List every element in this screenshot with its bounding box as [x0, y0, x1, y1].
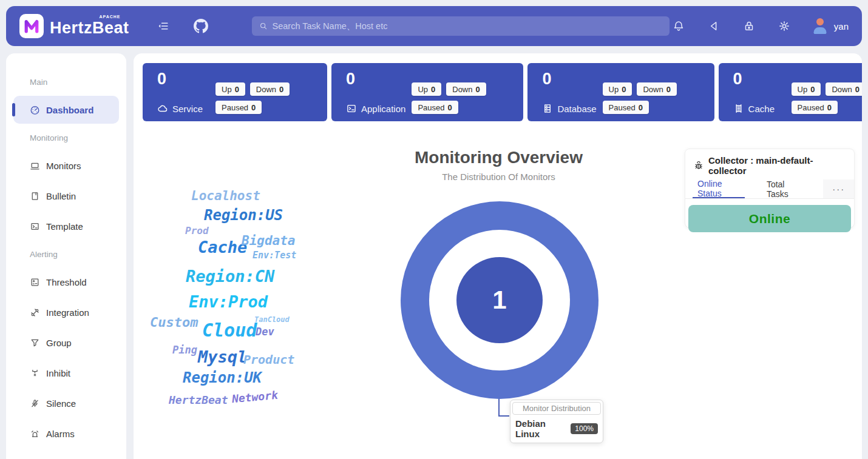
sidebar-item-label: Dashboard	[46, 105, 93, 115]
status-badge-paused: Paused0	[603, 101, 649, 114]
stat-label-text: Database	[557, 104, 596, 114]
status-badge-up: Up0	[412, 82, 441, 96]
sidebar-item-label: Integration	[46, 307, 89, 318]
bell-icon[interactable]	[673, 20, 685, 32]
setting-icon[interactable]	[778, 20, 790, 32]
donut-center-value: 1	[492, 286, 506, 315]
stat-label-text: Cache	[748, 104, 775, 114]
stat-card-database: 0DatabaseUp0Down0Paused0	[527, 63, 714, 121]
wordcloud-word: Cloud	[202, 321, 257, 340]
tab-online-status[interactable]: Online Status	[693, 179, 745, 198]
wordcloud-word: Network	[231, 390, 278, 405]
stat-label: Cache	[733, 103, 785, 114]
menu-fold-icon[interactable]	[157, 20, 169, 32]
database-icon	[542, 103, 553, 114]
status-badge-down: Down0	[826, 82, 862, 96]
wordcloud-word: Custom	[150, 316, 198, 329]
sidebar-item-label: Alarms	[46, 429, 75, 439]
cache-icon	[733, 103, 744, 114]
stat-card-cache: 0CacheUp0Down0Paused0	[719, 63, 862, 121]
sidebar-item-threshold[interactable]: Threshold	[6, 267, 126, 297]
inhibit-icon	[30, 368, 40, 378]
sidebar-item-dashboard[interactable]: Dashboard	[13, 96, 119, 124]
wordcloud-word: Dev	[256, 327, 274, 337]
tab-total-tasks[interactable]: Total Tasks	[762, 179, 806, 198]
bug-icon	[694, 161, 704, 170]
sidebar-item-group[interactable]: Group	[6, 327, 126, 358]
collector-card: Collector : main-default-collector Onlin…	[685, 149, 855, 228]
user-menu[interactable]: yan	[812, 18, 849, 35]
group-icon	[30, 338, 40, 348]
integration-icon	[30, 307, 40, 318]
status-badge-down: Down0	[637, 82, 676, 96]
status-badge-up: Up0	[603, 82, 632, 96]
sidebar-item-label: Threshold	[46, 277, 87, 287]
sidebar-item-label: Monitors	[46, 161, 81, 171]
wordcloud-word: Cache	[198, 239, 247, 255]
template-icon	[30, 221, 40, 232]
sidebar-item-inhibit[interactable]: Inhibit	[6, 358, 126, 388]
collector-status-text: Online	[749, 212, 790, 226]
wordcloud-word: TanCloud	[254, 316, 290, 323]
stat-label-text: Application	[361, 104, 405, 114]
tabs-more-button[interactable]: ···	[823, 179, 854, 198]
stat-count: 0	[542, 70, 596, 89]
top-navbar: APACHE HertzBeat yan	[6, 6, 862, 46]
status-badge-up: Up0	[792, 82, 821, 96]
stat-label-text: Service	[172, 104, 203, 114]
sound-icon[interactable]	[708, 20, 720, 32]
status-badge-paused: Paused0	[412, 101, 458, 114]
wordcloud-word: Region:US	[204, 208, 283, 223]
status-badge-paused: Paused0	[792, 101, 838, 114]
wordcloud-word: Region:CN	[186, 268, 274, 284]
sidebar-item-label: Inhibit	[46, 368, 70, 378]
sidebar-item-template[interactable]: Template	[6, 211, 126, 241]
alarms-icon	[30, 429, 40, 439]
silence-icon	[30, 398, 40, 409]
sidebar-section-title: Monitoring	[6, 125, 126, 150]
sidebar-item-monitors[interactable]: Monitors	[6, 150, 126, 181]
sidebar-item-alarms[interactable]: Alarms	[6, 418, 126, 449]
brand-apache-label: APACHE	[100, 15, 121, 19]
hertzbeat-logo-icon	[19, 14, 44, 38]
sidebar-item-label: Bulletin	[46, 191, 76, 201]
sidebar-item-integration[interactable]: Integration	[6, 297, 126, 327]
search-input[interactable]	[273, 21, 662, 31]
brand-logo[interactable]: APACHE HertzBeat	[19, 14, 129, 38]
bulletin-icon	[30, 191, 40, 201]
sidebar-section-title: Alerting	[6, 241, 126, 267]
stats-row: 0ServiceUp0Down0Paused00ApplicationUp0Do…	[143, 63, 853, 121]
wordcloud-word: Bigdata	[242, 235, 296, 247]
wordcloud-word: Product	[243, 353, 294, 366]
stat-count: 0	[157, 70, 209, 89]
stat-card-service: 0ServiceUp0Down0Paused0	[143, 63, 327, 121]
lock-icon[interactable]	[743, 20, 755, 32]
sidebar-item-label: Template	[46, 221, 83, 232]
sidebar-item-label: Group	[46, 338, 72, 348]
stat-card-application: 0ApplicationUp0Down0Paused0	[331, 63, 523, 121]
status-badge-up: Up0	[215, 82, 245, 96]
sidebar-item-bulletin[interactable]: Bulletin	[6, 181, 126, 211]
application-icon	[346, 103, 357, 114]
stat-label: Application	[346, 103, 405, 114]
cloud-icon	[157, 103, 168, 114]
wordcloud-word: Ping	[172, 345, 197, 355]
tooltip-connector-line	[498, 396, 509, 417]
donut-core: 1	[456, 257, 543, 343]
tooltip-title: Monitor Distribution	[512, 402, 601, 415]
sidebar-section-title: Main	[6, 69, 126, 95]
user-avatar-icon	[812, 18, 829, 35]
tooltip-item-label: Debian Linux	[515, 418, 571, 439]
collector-tabs: Online StatusTotal Tasks···	[685, 179, 854, 199]
tooltip-percent-badge: 100%	[571, 423, 598, 434]
wordcloud-word: Mysql	[198, 349, 247, 365]
wordcloud-word: Env:Test	[253, 251, 296, 260]
navbar-actions	[673, 20, 790, 32]
tag-wordcloud: LocalhostRegion:USProdCacheBigdataEnv:Te…	[140, 176, 322, 437]
donut-chart[interactable]: 1	[401, 201, 598, 399]
main-content: 0ServiceUp0Down0Paused00ApplicationUp0Do…	[134, 53, 862, 459]
collector-header: Collector : main-default-collector	[685, 149, 854, 176]
monitors-icon	[30, 161, 40, 171]
sidebar-item-silence[interactable]: Silence	[6, 388, 126, 418]
github-icon[interactable]	[194, 19, 208, 33]
